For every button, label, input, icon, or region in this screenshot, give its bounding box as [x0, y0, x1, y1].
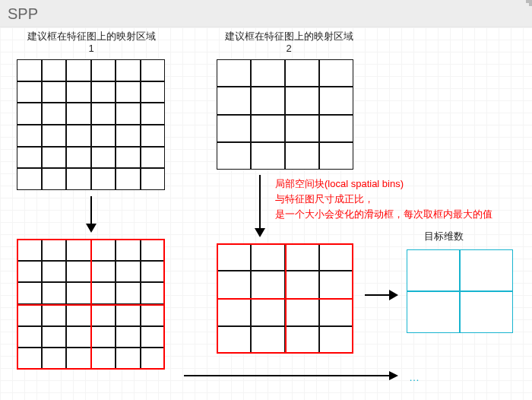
grid-cell	[319, 142, 353, 170]
grid-cell	[141, 304, 166, 326]
grid-cell	[285, 115, 319, 142]
grid-cell	[141, 261, 166, 283]
grid-cell	[460, 249, 513, 291]
diagram-canvas: 建议框在特征图上的映射区域 1 建议框在特征图上的映射区域 2 局部空间块(lo…	[0, 27, 532, 400]
grid-cell	[17, 103, 42, 125]
grid-cell	[66, 147, 91, 169]
caption-region-1: 建议框在特征图上的映射区域 1	[15, 30, 167, 55]
grid-cell	[91, 348, 116, 370]
grid-cell	[141, 239, 166, 261]
grid-cell	[66, 326, 91, 348]
svg-marker-3	[255, 228, 265, 237]
grid-cell	[42, 103, 67, 125]
grid-cell	[141, 125, 166, 147]
grid-cell	[17, 239, 42, 261]
grid-cell	[42, 59, 67, 81]
grid-cell	[91, 81, 116, 103]
grid-cell	[66, 125, 91, 147]
grid-cell	[251, 299, 285, 326]
grid-cell	[17, 168, 42, 190]
grid-cell	[319, 271, 353, 298]
grid-cell	[66, 282, 91, 304]
grid-cell	[217, 59, 251, 87]
grid-cell	[17, 304, 42, 326]
grid-cell	[251, 243, 285, 271]
grid-cell	[17, 282, 42, 304]
grid-cell	[285, 59, 319, 87]
grid-cell	[42, 168, 67, 190]
grid-cell	[91, 103, 116, 125]
grid-cell	[66, 304, 91, 326]
grid-cell	[217, 115, 251, 142]
grid-cell	[91, 282, 116, 304]
annotation-spatial-bins: 局部空间块(local spatial bins) 与特征图尺寸成正比， 是一个…	[275, 176, 492, 222]
grid-cell	[91, 59, 116, 81]
corner-ornament-icon	[526, 0, 532, 6]
grid-cell	[141, 168, 166, 190]
grid-cell	[141, 326, 166, 348]
grid-cell	[116, 168, 141, 190]
grid-cell	[66, 103, 91, 125]
grid-binned-2	[217, 243, 353, 354]
grid-cell	[141, 81, 166, 103]
grid-cell	[141, 59, 166, 81]
caption-target-dim: 目标维数	[424, 230, 464, 243]
grid-cell	[17, 81, 42, 103]
grid-cell	[116, 282, 141, 304]
grid-cell	[217, 243, 251, 271]
grid-cell	[66, 59, 91, 81]
grid-cell	[407, 291, 460, 333]
grid-cell	[42, 261, 67, 283]
grid-cell	[17, 261, 42, 283]
grid-cell	[116, 125, 141, 147]
grid-cell	[285, 299, 319, 326]
grid-cell	[42, 239, 67, 261]
arrow-down-2-icon	[251, 173, 269, 239]
arrow-right-icon	[363, 286, 400, 304]
grid-cell	[42, 147, 67, 169]
grid-cell	[407, 249, 460, 291]
svg-marker-1	[86, 224, 97, 233]
grid-cell	[17, 326, 42, 348]
grid-cell	[285, 87, 319, 114]
grid-cell	[116, 147, 141, 169]
grid-cell	[66, 81, 91, 103]
grid-cell	[141, 147, 166, 169]
grid-cell	[116, 239, 141, 261]
grid-cell	[116, 348, 141, 370]
grid-cell	[42, 282, 67, 304]
grid-cell	[285, 271, 319, 298]
grid-cell	[17, 125, 42, 147]
grid-cell	[285, 326, 319, 354]
grid-cell	[91, 326, 116, 348]
grid-cell	[17, 147, 42, 169]
grid-cell	[66, 168, 91, 190]
grid-cell	[319, 87, 353, 114]
annotation-line-2: 与特征图尺寸成正比，	[275, 192, 492, 207]
grid-cell	[91, 261, 116, 283]
grid-cell	[91, 147, 116, 169]
grid-cell	[217, 87, 251, 114]
grid-cell	[251, 87, 285, 114]
annotation-line-3: 是一个大小会变化的滑动框，每次取框内最大的值	[275, 207, 492, 222]
grid-cell	[42, 304, 67, 326]
grid-cell	[319, 326, 353, 354]
grid-cell	[217, 271, 251, 298]
grid-region-2	[217, 59, 353, 170]
grid-cell	[42, 125, 67, 147]
grid-cell	[17, 348, 42, 370]
grid-target	[407, 249, 513, 333]
grid-cell	[91, 304, 116, 326]
grid-cell	[319, 59, 353, 87]
ellipsis-icon: …	[409, 371, 421, 383]
arrow-long-right-icon	[182, 368, 400, 383]
grid-cell	[91, 239, 116, 261]
grid-cell	[17, 59, 42, 81]
grid-cell	[319, 243, 353, 271]
grid-cell	[116, 326, 141, 348]
svg-marker-7	[389, 371, 398, 380]
grid-cell	[141, 348, 166, 370]
grid-cell	[251, 115, 285, 142]
grid-cell	[42, 81, 67, 103]
grid-cell	[116, 261, 141, 283]
